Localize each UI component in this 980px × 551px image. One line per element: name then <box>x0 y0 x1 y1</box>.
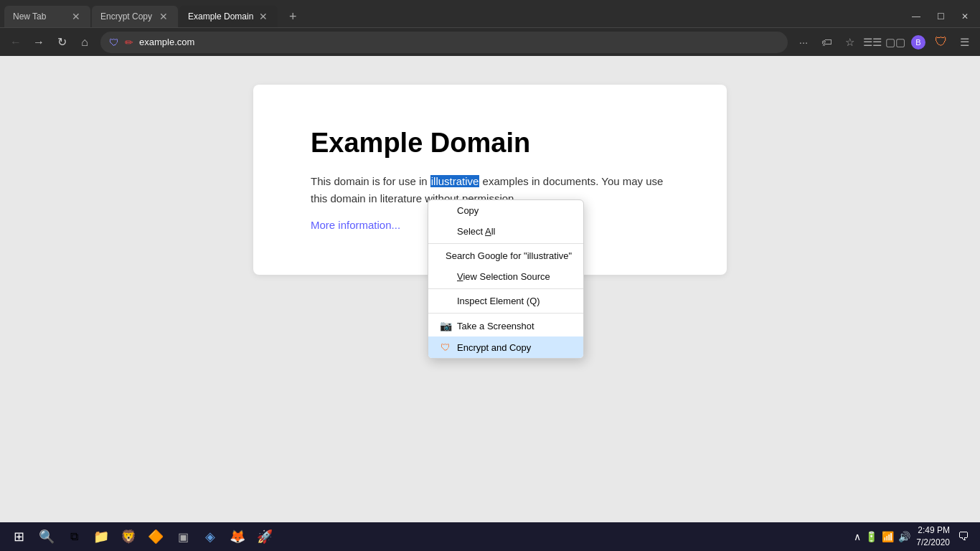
system-tray: ∧ 🔋 📶 🔊 <box>854 531 913 542</box>
tab-example-domain-close[interactable]: ✕ <box>258 11 269 22</box>
menu-button[interactable]: ☰ <box>954 32 974 52</box>
brave-shield-button[interactable]: 🛡 <box>931 32 951 52</box>
tray-battery-icon: 🔋 <box>865 531 877 542</box>
clock-date: 7/2/2020 <box>916 537 950 549</box>
back-button[interactable]: ← <box>6 32 26 52</box>
tab-example-domain-title: Example Domain <box>188 11 253 22</box>
minimize-button[interactable]: — <box>905 9 927 24</box>
brave-taskbar-icon: 🦁 <box>121 529 136 545</box>
context-menu-screenshot[interactable]: 📷 Take a Screenshot <box>428 315 583 336</box>
address-bar[interactable]: 🛡 ✏ <box>100 32 788 53</box>
context-menu-select-all-label: Select All <box>457 226 495 237</box>
task-view-button[interactable]: ⧉ <box>62 524 86 549</box>
context-menu-sep2 <box>428 288 583 289</box>
context-menu-copy[interactable]: Copy <box>428 200 583 221</box>
tab-encrypt-copy[interactable]: Encrypt Copy ✕ <box>92 6 178 27</box>
rocket-icon: 🚀 <box>257 529 273 545</box>
context-menu-search-google-label: Search Google for "illustrative" <box>446 250 572 261</box>
tray-chevron[interactable]: ∧ <box>854 531 861 542</box>
page-area: Example Domain This domain is for use in… <box>0 56 980 522</box>
tab-encrypt-copy-close[interactable]: ✕ <box>158 11 169 22</box>
edit-url-icon: ✏ <box>125 37 133 48</box>
maximize-button[interactable]: ☐ <box>930 9 951 24</box>
context-menu-encrypt-label: Encrypt and Copy <box>457 342 531 353</box>
clock-time: 2:49 PM <box>916 524 950 537</box>
context-menu-view-selection-source[interactable]: View Selection Source <box>428 266 583 287</box>
url-input[interactable] <box>139 37 779 47</box>
context-menu-sep1 <box>428 243 583 244</box>
start-button[interactable]: ⊞ <box>6 524 32 550</box>
https-shield-icon: 🛡 <box>109 37 119 48</box>
firefox-button[interactable]: 🦊 <box>225 524 250 549</box>
task-view-icon: ⧉ <box>70 530 78 543</box>
context-menu-inspect-label: Inspect Element (Q) <box>457 296 540 306</box>
window-controls: — ☐ ✕ <box>905 9 976 27</box>
vlc-button[interactable]: 🔶 <box>143 524 168 549</box>
split-view-button[interactable]: ▢▢ <box>885 32 905 52</box>
brave-taskbar-button[interactable]: 🦁 <box>116 524 141 549</box>
page-heading: Example Domain <box>311 128 669 159</box>
firefox-icon: 🦊 <box>230 529 245 545</box>
context-menu-copy-label: Copy <box>457 205 479 216</box>
reading-view-button[interactable]: ☰☰ <box>862 32 882 52</box>
search-taskbar-icon: 🔍 <box>39 529 55 545</box>
toolbar: ← → ↻ ⌂ 🛡 ✏ ··· 🏷 ☆ ☰☰ ▢▢ B 🛡 ☰ <box>0 27 980 56</box>
vscode-icon: ◈ <box>205 529 215 545</box>
terminal-icon: ▣ <box>178 530 189 544</box>
search-taskbar-button[interactable]: 🔍 <box>34 524 59 549</box>
vlc-icon: 🔶 <box>148 529 164 545</box>
tab-new-tab[interactable]: New Tab ✕ <box>4 6 90 27</box>
context-menu-select-all[interactable]: Select All <box>428 221 583 242</box>
more-button[interactable]: ··· <box>793 32 814 52</box>
new-tab-button[interactable]: + <box>282 6 303 27</box>
more-info-link[interactable]: More information... <box>311 219 400 231</box>
context-menu-sep3 <box>428 313 583 314</box>
home-button[interactable]: ⌂ <box>75 32 95 52</box>
encrypt-shield-icon: 🛡 <box>440 342 451 353</box>
reload-button[interactable]: ↻ <box>52 32 72 52</box>
vscode-button[interactable]: ◈ <box>198 524 222 549</box>
tab-example-domain[interactable]: Example Domain ✕ <box>179 6 278 27</box>
terminal-button[interactable]: ▣ <box>171 524 195 549</box>
tab-bar: New Tab ✕ Encrypt Copy ✕ Example Domain … <box>0 0 980 27</box>
context-menu-search-google[interactable]: Search Google for "illustrative" <box>428 245 583 266</box>
browser-window: New Tab ✕ Encrypt Copy ✕ Example Domain … <box>0 0 980 522</box>
taskbar: ⊞ 🔍 ⧉ 📁 🦁 🔶 ▣ ◈ 🦊 🚀 ∧ 🔋 <box>0 522 980 551</box>
toolbar-right: ··· 🏷 ☆ ☰☰ ▢▢ B 🛡 ☰ <box>793 32 974 52</box>
folder-icon: 📁 <box>93 529 109 545</box>
selected-word: illustrative <box>430 175 480 187</box>
forward-button[interactable]: → <box>29 32 49 52</box>
notification-button[interactable]: 🗨 <box>953 526 974 547</box>
screenshot-icon: 📷 <box>440 320 451 331</box>
tray-volume-icon: 🔊 <box>898 531 910 542</box>
context-menu-encrypt-copy[interactable]: 🛡 Encrypt and Copy <box>428 336 583 358</box>
context-menu: Copy Select All Search Google for "illus… <box>428 199 584 359</box>
paragraph-before: This domain is for use in <box>311 175 430 187</box>
file-explorer-button[interactable]: 📁 <box>89 524 113 549</box>
tray-wifi-icon: 📶 <box>882 531 894 542</box>
context-menu-inspect-element[interactable]: Inspect Element (Q) <box>428 291 583 311</box>
context-menu-screenshot-label: Take a Screenshot <box>457 321 534 331</box>
context-menu-view-source-label: View Selection Source <box>457 271 550 282</box>
rocket-button[interactable]: 🚀 <box>253 524 277 549</box>
pocket-button[interactable]: 🏷 <box>816 32 837 52</box>
tab-encrypt-copy-title: Encrypt Copy <box>100 11 154 22</box>
bookmark-button[interactable]: ☆ <box>839 32 859 52</box>
clock[interactable]: 2:49 PM 7/2/2020 <box>916 524 950 549</box>
profile-button[interactable]: B <box>908 32 928 52</box>
tab-new-tab-title: New Tab <box>13 11 66 22</box>
close-button[interactable]: ✕ <box>954 9 976 24</box>
tab-new-tab-close[interactable]: ✕ <box>70 11 82 22</box>
